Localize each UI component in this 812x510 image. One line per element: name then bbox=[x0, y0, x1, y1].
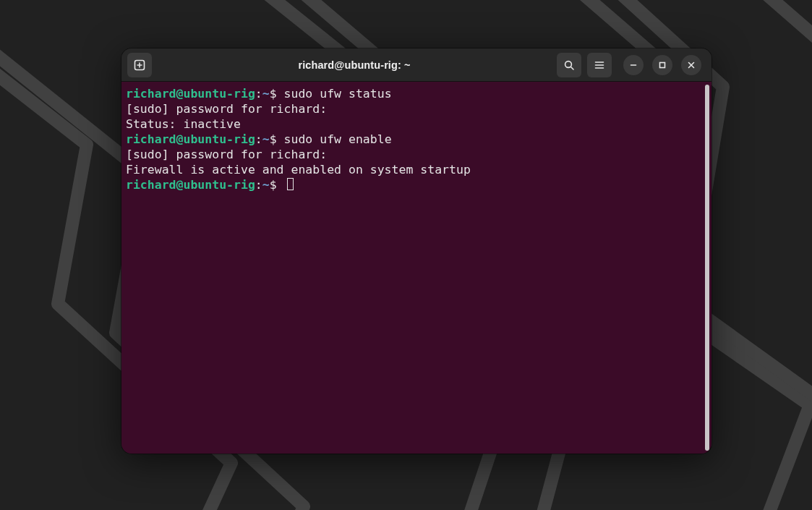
hamburger-menu-icon bbox=[594, 59, 605, 71]
minimize-icon bbox=[629, 61, 638, 69]
output-line: [sudo] password for richard: bbox=[126, 148, 334, 161]
output-line: Status: inactive bbox=[126, 117, 241, 131]
new-tab-icon bbox=[133, 59, 146, 72]
new-tab-button[interactable] bbox=[127, 53, 152, 77]
menu-button[interactable] bbox=[587, 53, 612, 77]
scrollbar-thumb[interactable] bbox=[705, 85, 709, 451]
titlebar[interactable]: richard@ubuntu-rig: ~ bbox=[121, 48, 711, 82]
prompt-separator: : bbox=[255, 178, 262, 192]
prompt-separator: : bbox=[255, 87, 262, 101]
close-button[interactable] bbox=[681, 55, 701, 75]
svg-line-5 bbox=[571, 67, 574, 69]
prompt-user-host: richard@ubuntu-rig bbox=[126, 178, 255, 192]
prompt-symbol: $ bbox=[270, 132, 277, 146]
prompt-user-host: richard@ubuntu-rig bbox=[126, 87, 255, 101]
minimize-button[interactable] bbox=[623, 55, 644, 75]
output-line: Firewall is active and enabled on system… bbox=[126, 163, 471, 177]
search-button[interactable] bbox=[557, 53, 581, 77]
command-text: sudo ufw enable bbox=[277, 132, 392, 146]
close-icon bbox=[687, 61, 696, 69]
scrollbar[interactable] bbox=[705, 85, 709, 451]
prompt-path: ~ bbox=[262, 178, 270, 192]
terminal-window: richard@ubuntu-rig: ~ bbox=[121, 48, 711, 454]
command-text bbox=[277, 178, 284, 192]
window-title: richard@ubuntu-rig: ~ bbox=[158, 59, 551, 71]
terminal-text-area[interactable]: richard@ubuntu-rig:~$ sudo ufw status [s… bbox=[121, 82, 705, 454]
command-text: sudo ufw status bbox=[277, 87, 392, 101]
cursor bbox=[287, 178, 294, 190]
svg-rect-10 bbox=[660, 62, 665, 67]
search-icon bbox=[563, 59, 575, 71]
prompt-path: ~ bbox=[262, 87, 270, 101]
maximize-button[interactable] bbox=[652, 55, 672, 75]
prompt-user-host: richard@ubuntu-rig bbox=[126, 132, 255, 146]
prompt-separator: : bbox=[255, 132, 262, 146]
terminal-body[interactable]: richard@ubuntu-rig:~$ sudo ufw status [s… bbox=[121, 82, 711, 454]
maximize-icon bbox=[658, 61, 667, 69]
prompt-symbol: $ bbox=[270, 87, 277, 101]
prompt-symbol: $ bbox=[270, 178, 277, 192]
prompt-path: ~ bbox=[262, 132, 270, 146]
output-line: [sudo] password for richard: bbox=[126, 102, 334, 116]
